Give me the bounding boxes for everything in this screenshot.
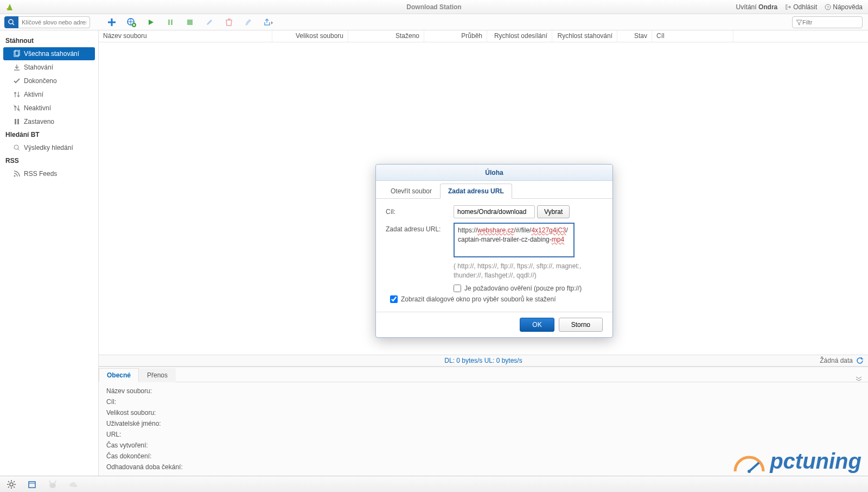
column-header[interactable]: Stav: [617, 30, 652, 42]
files-icon: [13, 50, 21, 58]
stop-button[interactable]: [184, 17, 195, 28]
refresh-icon: [856, 357, 864, 364]
svg-rect-12: [15, 119, 16, 124]
modal-footer: OK Storno: [376, 312, 612, 337]
search-input[interactable]: [18, 16, 90, 28]
task-modal: Úloha Otevřít soubor Zadat adresu URL Cí…: [375, 164, 613, 338]
sidebar-item-inactive[interactable]: Neaktivní: [3, 102, 95, 115]
column-header[interactable]: Rychlost stahování: [552, 30, 617, 42]
sidebar-item-all[interactable]: Všechna stahování: [3, 47, 95, 60]
refresh-button[interactable]: [856, 357, 864, 364]
trash-icon: [225, 18, 233, 27]
detail-row: Název souboru:: [106, 386, 860, 396]
modal-tab-url[interactable]: Zadat adresu URL: [440, 184, 512, 199]
column-header[interactable]: Název souboru: [99, 30, 272, 42]
url-hint: ( http://, https://, ftp://, ftps://, sf…: [454, 262, 603, 280]
tab-transfer[interactable]: Přenos: [139, 368, 176, 382]
gauge-icon: [731, 455, 768, 474]
search-button[interactable]: [4, 16, 18, 28]
filter-icon: [796, 19, 802, 26]
auth-checkbox-row[interactable]: Je požadováno ověření (pouze pro ftp://): [454, 285, 603, 292]
plus-icon: [107, 17, 117, 27]
watermark: pctuning: [731, 449, 861, 474]
dest-input[interactable]: [454, 205, 535, 218]
sidebar-item-down[interactable]: Stahování: [3, 61, 95, 74]
filter-input[interactable]: [802, 19, 857, 26]
detail-row: Uživatelské jméno:: [106, 418, 860, 429]
column-header[interactable]: Rychlost odesílání: [487, 30, 552, 42]
search-container: [4, 16, 90, 28]
delete-button[interactable]: [224, 17, 234, 28]
no-data-text: Žádná data: [820, 357, 853, 364]
sidebar-item-label: Stahování: [24, 64, 53, 71]
detail-row: Cíl:: [106, 396, 860, 407]
select-dest-button[interactable]: Vybrat: [537, 205, 570, 218]
updown-icon: [13, 91, 21, 98]
svg-rect-7: [171, 20, 173, 25]
url-textarea[interactable]: https://webshare.cz/#/file/4x127g4jC3/ca…: [454, 223, 575, 257]
sidebar-item-label: Aktivní: [24, 91, 43, 98]
broom-icon: [244, 18, 253, 27]
sidebar-section: RSS: [0, 155, 98, 167]
resume-button[interactable]: [145, 17, 156, 28]
pause-icon: [13, 118, 21, 125]
sidebar-item-rss[interactable]: RSS Feeds: [3, 167, 95, 180]
help-link[interactable]: ? Nápověda: [825, 3, 863, 11]
show-dialog-checkbox[interactable]: [390, 295, 398, 303]
add-url-button[interactable]: [126, 17, 137, 28]
help-label: Nápověda: [833, 3, 863, 11]
filter-container: [792, 16, 863, 28]
ok-button[interactable]: OK: [520, 318, 554, 332]
show-dialog-checkbox-row[interactable]: Zobrazit dialogové okno pro výběr soubor…: [390, 295, 603, 303]
main-panel: Název souboruVelikost souboruStaženoPrůb…: [99, 30, 868, 476]
help-icon: ?: [825, 4, 831, 10]
svg-line-11: [14, 105, 20, 111]
app-title: Download Station: [406, 3, 461, 11]
column-header[interactable]: Průběh: [424, 30, 487, 42]
stop-icon: [186, 18, 194, 26]
pause-button[interactable]: [165, 17, 176, 28]
tab-general[interactable]: Obecné: [99, 368, 139, 382]
clear-completed-button[interactable]: [243, 17, 254, 28]
sidebar-item-btres[interactable]: Výsledky hledání: [3, 141, 95, 154]
detail-tabs: Obecné Přenos: [99, 367, 868, 382]
edit-button[interactable]: [204, 17, 215, 28]
modal-tab-open-file[interactable]: Otevřít soubor: [382, 184, 440, 199]
column-header[interactable]: Staženo: [348, 30, 424, 42]
detail-row: URL:: [106, 429, 860, 440]
url-label: Zadat adresu URL:: [386, 223, 454, 257]
sidebar-item-stopped[interactable]: Zastaveno: [3, 115, 95, 128]
share-icon: [263, 18, 273, 27]
column-header[interactable]: Velikost souboru: [272, 30, 348, 42]
pause-icon: [167, 18, 174, 26]
logout-label: Odhlásit: [793, 3, 817, 11]
sidebar-item-active[interactable]: Aktivní: [3, 88, 95, 101]
sidebar: StáhnoutVšechna stahováníStahováníDokonč…: [0, 30, 99, 476]
greeting-text: Uvítání Ondra: [736, 3, 778, 11]
cancel-button[interactable]: Storno: [559, 318, 603, 332]
app-logo-icon: [5, 3, 14, 11]
add-button[interactable]: [106, 17, 117, 28]
collapse-detail-button[interactable]: [855, 376, 863, 382]
check-icon: [13, 77, 21, 85]
svg-point-2: [9, 20, 13, 24]
pencil-icon: [205, 18, 214, 27]
svg-line-15: [18, 149, 20, 150]
svg-line-22: [749, 463, 759, 471]
export-button[interactable]: [263, 17, 273, 28]
sidebar-section: Stáhnout: [0, 35, 98, 47]
toolbar: [106, 17, 273, 28]
column-header[interactable]: Cíl: [652, 30, 733, 42]
auth-checkbox[interactable]: [454, 285, 461, 292]
search-icon: [13, 144, 21, 152]
play-icon: [147, 18, 155, 26]
search-icon: [8, 18, 15, 26]
sidebar-item-done[interactable]: Dokončeno: [3, 74, 95, 87]
cross-updown-icon: [13, 104, 21, 112]
download-icon: [13, 64, 21, 71]
modal-body: Cíl: Vybrat Zadat adresu URL: https://we…: [376, 199, 612, 312]
sidebar-item-label: Zastaveno: [24, 118, 54, 125]
sidebar-item-label: Výsledky hledání: [24, 144, 73, 152]
watermark-text: pctuning: [770, 449, 861, 474]
logout-link[interactable]: Odhlásit: [785, 3, 817, 11]
